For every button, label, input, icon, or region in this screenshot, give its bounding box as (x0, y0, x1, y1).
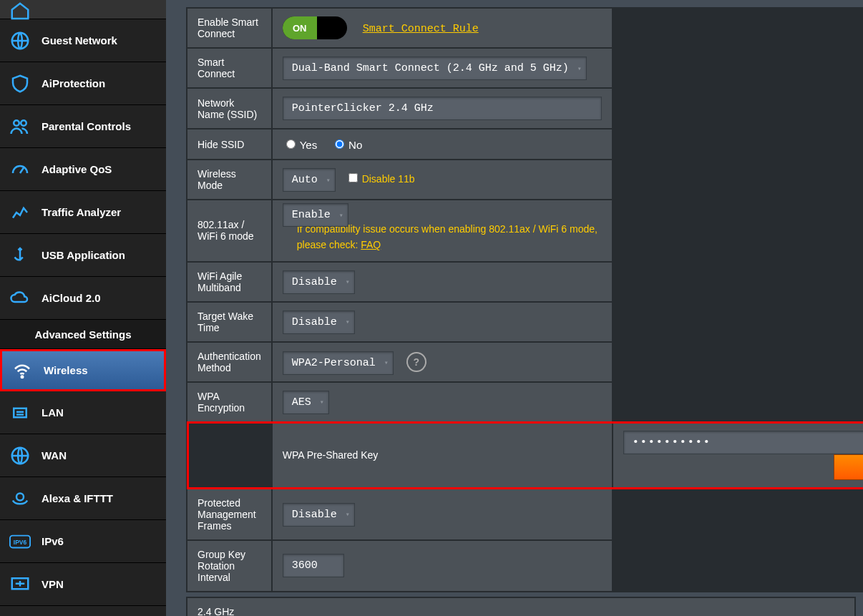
label-smart-connect: Smart Connect (187, 49, 271, 87)
wpa-encryption-select[interactable]: AES (283, 391, 329, 414)
label-wpa-psk: WPA Pre-Shared Key (273, 423, 612, 488)
sidebar-label: Parental Controls (42, 120, 131, 132)
usb-icon (9, 244, 31, 267)
label-pmf: Protected Management Frames (187, 489, 271, 539)
smart-connect-toggle[interactable]: ON (283, 16, 347, 39)
sidebar-item-wan[interactable]: WAN (0, 434, 166, 477)
sidebar-item-wireless[interactable]: Wireless (0, 349, 166, 391)
analytics-icon (9, 201, 31, 224)
section-24ghz-header: 2.4 GHz (187, 598, 854, 616)
advanced-settings-header: Advanced Settings (0, 320, 166, 349)
gauge-icon (9, 158, 31, 181)
svg-point-2 (21, 120, 26, 126)
band-24ghz-table: 2.4 GHz Channel bandwidth 20/40 MHz Cont… (186, 597, 856, 616)
sidebar-label: LAN (42, 406, 64, 419)
hide-ssid-no-radio[interactable] (335, 140, 344, 149)
pmf-select[interactable]: Disable (283, 503, 355, 527)
sidebar-item-adaptive-qos[interactable]: Adaptive QoS (0, 148, 166, 191)
sidebar-label: IPv6 (42, 535, 64, 547)
label-wireless-mode: Wireless Mode (187, 160, 271, 199)
hide-ssid-no[interactable]: No (331, 139, 362, 151)
label-enable-smart-connect: Enable Smart Connect (187, 9, 271, 47)
ssid-input[interactable]: PointerClicker 2.4 GHz (283, 97, 602, 120)
ipv6-icon: IPV6 (9, 530, 31, 553)
sidebar-item-guest-network[interactable]: Guest Network (0, 19, 166, 62)
svg-point-3 (21, 376, 24, 378)
smart-connect-rule-link[interactable]: Smart Connect Rule (363, 23, 479, 35)
sidebar-item-parental-controls[interactable]: Parental Controls (0, 105, 166, 148)
label-gkri: Group Key Rotation Interval (187, 541, 271, 591)
disable-11b-checkbox[interactable] (348, 173, 358, 182)
lan-icon (9, 401, 31, 424)
sidebar-item-vpn[interactable]: VPN (0, 563, 166, 606)
wpa-psk-input[interactable]: •••••••••• (623, 431, 863, 454)
sidebar-label: AiCloud 2.0 (42, 292, 101, 304)
sidebar-label: USB Application (42, 249, 125, 261)
globe-icon (9, 444, 31, 467)
disable-11b-label: Disable 11b (362, 173, 415, 185)
svg-text:IPV6: IPV6 (14, 538, 27, 545)
cloud-icon (9, 287, 31, 310)
sidebar-label: VPN (42, 578, 64, 590)
help-icon[interactable]: ? (406, 352, 426, 372)
sidebar-item-lan[interactable]: LAN (0, 391, 166, 434)
sidebar-item-usb-application[interactable]: USB Application (0, 234, 166, 277)
hide-ssid-yes[interactable]: Yes (283, 139, 317, 151)
sidebar-item-traffic-analyzer[interactable]: Traffic Analyzer (0, 191, 166, 234)
faq-link[interactable]: FAQ (361, 239, 381, 250)
sidebar-item-ipv6[interactable]: IPV6 IPv6 (0, 520, 166, 563)
label-wpa-encryption: WPA Encryption (187, 383, 271, 421)
sidebar-label: Guest Network (42, 34, 117, 47)
shield-icon (9, 72, 31, 95)
wifi-icon (11, 359, 34, 382)
people-icon (9, 115, 31, 138)
svg-point-1 (14, 120, 19, 126)
smart-connect-select[interactable]: Dual-Band Smart Connect (2.4 GHz and 5 G… (283, 57, 587, 80)
wifi6-select[interactable]: Enable (283, 203, 348, 227)
main-content: Enable Smart Connect ON Smart Connect Ru… (166, 0, 863, 616)
label-ssid: Network Name (SSID) (187, 89, 271, 128)
label-agile-multiband: WiFi Agile Multiband (187, 263, 271, 301)
globe-icon (9, 29, 31, 52)
sidebar-label: Traffic Analyzer (42, 206, 121, 218)
sidebar-item-aiprotection[interactable]: AiProtection (0, 62, 166, 105)
twt-select[interactable]: Disable (283, 311, 355, 334)
label-hide-ssid: Hide SSID (187, 129, 271, 159)
sidebar-item-home[interactable] (0, 0, 166, 19)
danger-badge: Danger (834, 454, 863, 480)
auth-method-select[interactable]: WPA2-Personal (283, 351, 394, 375)
gkri-input[interactable]: 3600 (283, 554, 344, 577)
wireless-settings-table: Enable Smart Connect ON Smart Connect Ru… (186, 7, 863, 592)
sidebar-label: AiProtection (42, 77, 105, 89)
sidebar-item-alexa-ifttt[interactable]: Alexa & IFTTT (0, 477, 166, 520)
hide-ssid-yes-radio[interactable] (286, 140, 296, 149)
sidebar-label: Adaptive QoS (42, 163, 112, 175)
agile-select[interactable]: Disable (283, 270, 355, 294)
sidebar: Guest Network AiProtection Parental Cont… (0, 0, 166, 616)
sidebar-label: WAN (42, 449, 67, 461)
vpn-icon (9, 573, 31, 596)
voice-icon (9, 487, 31, 510)
svg-point-6 (16, 493, 24, 500)
sidebar-label: Alexa & IFTTT (42, 492, 113, 504)
label-auth-method: Authentication Method (187, 343, 271, 381)
sidebar-label: Wireless (44, 364, 88, 376)
label-wifi6: 802.11ax / WiFi 6 mode (187, 200, 271, 261)
label-twt: Target Wake Time (187, 303, 271, 341)
sidebar-item-aicloud[interactable]: AiCloud 2.0 (0, 277, 166, 320)
wireless-mode-select[interactable]: Auto (283, 168, 336, 192)
